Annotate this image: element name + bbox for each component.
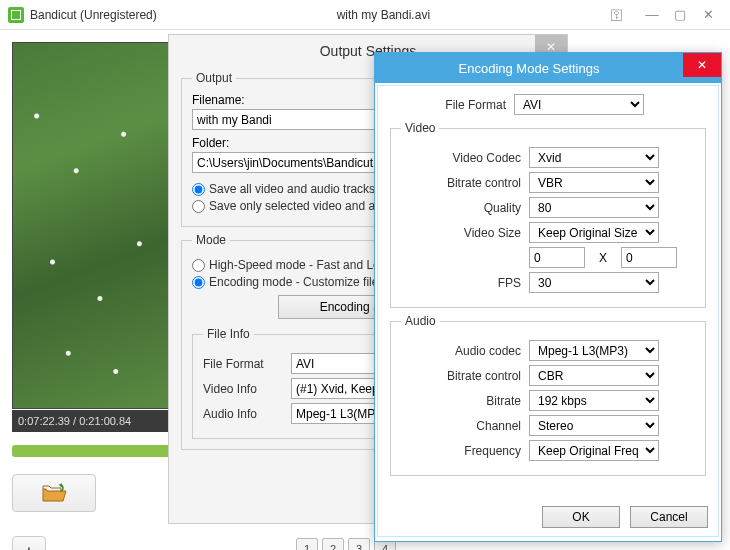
encoding-dialog-title: Encoding Mode Settings (375, 61, 683, 76)
fps-label: FPS (401, 276, 521, 290)
width-input[interactable] (529, 247, 585, 268)
videocodec-select[interactable]: Xvid (529, 147, 659, 168)
audio-fieldset: Audio Audio codecMpeg-1 L3(MP3) Bitrate … (390, 314, 706, 476)
fileformat-select[interactable]: AVI (514, 94, 644, 115)
channel-label: Channel (401, 419, 521, 433)
video-bitratecontrol-select[interactable]: VBR (529, 172, 659, 193)
fileformat-label: File Format (203, 357, 283, 371)
document-title: with my Bandi.avi (157, 8, 610, 22)
videosize-label: Video Size (401, 226, 521, 240)
close-button[interactable]: ✕ (694, 5, 722, 25)
timecode: 0:07:22.39 / 0:21:00.84 (12, 410, 172, 432)
audio-bitrate-label: Bitrate (401, 394, 521, 408)
highspeed-radio[interactable] (192, 259, 205, 272)
height-input[interactable] (621, 247, 677, 268)
encoding-radio[interactable] (192, 276, 205, 289)
folder-open-icon (41, 483, 67, 503)
open-file-button[interactable] (12, 474, 96, 512)
videoinfo-label: Video Info (203, 382, 283, 396)
quality-select[interactable]: 80 (529, 197, 659, 218)
maximize-button[interactable]: ▢ (666, 5, 694, 25)
minimize-button[interactable]: — (638, 5, 666, 25)
quality-label: Quality (401, 201, 521, 215)
video-legend: Video (401, 121, 439, 135)
page-1[interactable]: 1 (296, 538, 318, 550)
mode-legend: Mode (192, 233, 230, 247)
page-2[interactable]: 2 (322, 538, 344, 550)
encoding-dialog-close-button[interactable]: ✕ (683, 53, 721, 77)
page-3[interactable]: 3 (348, 538, 370, 550)
channel-select[interactable]: Stereo (529, 415, 659, 436)
audiocodec-select[interactable]: Mpeg-1 L3(MP3) (529, 340, 659, 361)
frequency-label: Frequency (401, 444, 521, 458)
video-bitratecontrol-label: Bitrate control (401, 176, 521, 190)
by-label: X (599, 251, 607, 265)
save-all-radio[interactable] (192, 183, 205, 196)
audioinfo-label: Audio Info (203, 407, 283, 421)
audio-bitratecontrol-label: Bitrate control (401, 369, 521, 383)
key-icon[interactable]: ⚿ (610, 7, 624, 23)
audio-legend: Audio (401, 314, 440, 328)
video-fieldset: Video Video CodecXvid Bitrate controlVBR… (390, 121, 706, 308)
app-icon (8, 7, 24, 23)
fileinfo-legend: File Info (203, 327, 254, 341)
videocodec-label: Video Codec (401, 151, 521, 165)
video-preview[interactable] (12, 42, 172, 409)
encoding-mode-settings-dialog: Encoding Mode Settings ✕ File FormatAVI … (374, 52, 722, 542)
fileformat-label: File Format (386, 98, 506, 112)
ok-button[interactable]: OK (542, 506, 620, 528)
frequency-select[interactable]: Keep Original Frequency (529, 440, 659, 461)
audio-bitratecontrol-select[interactable]: CBR (529, 365, 659, 386)
fps-select[interactable]: 30 (529, 272, 659, 293)
videosize-select[interactable]: Keep Original Size (529, 222, 659, 243)
audio-bitrate-select[interactable]: 192 kbps (529, 390, 659, 411)
save-selected-radio[interactable] (192, 200, 205, 213)
add-segment-button[interactable]: + (12, 536, 46, 550)
app-title: Bandicut (Unregistered) (30, 8, 157, 22)
cancel-button[interactable]: Cancel (630, 506, 708, 528)
titlebar: Bandicut (Unregistered) with my Bandi.av… (0, 0, 730, 30)
output-legend: Output (192, 71, 236, 85)
audiocodec-label: Audio codec (401, 344, 521, 358)
